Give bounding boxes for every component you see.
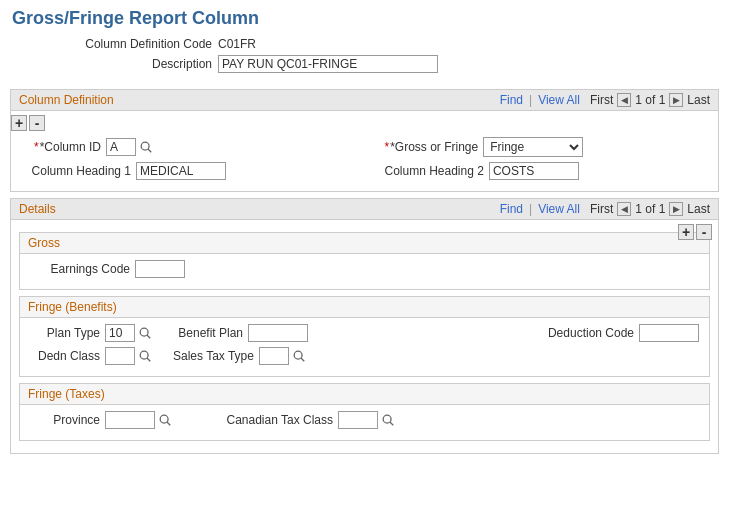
plan-type-label: Plan Type [30, 326, 100, 340]
svg-line-5 [147, 358, 150, 361]
column-heading1-input[interactable] [136, 162, 226, 180]
fringe-taxes-subsection: Fringe (Taxes) Province Canadian Tax Cla… [19, 383, 710, 441]
details-find-link[interactable]: Find [500, 202, 523, 216]
page-header: Gross/Fringe Report Column Column Defini… [0, 0, 729, 83]
sales-tax-type-label: Sales Tax Type [173, 349, 254, 363]
fringe-benefits-body: Plan Type Benefit Plan Deduction Code [20, 318, 709, 376]
column-definition-title: Column Definition [19, 93, 114, 107]
sales-tax-type-input[interactable] [259, 347, 289, 365]
gross-subsection: Gross Earnings Code [19, 232, 710, 290]
details-view-all-link[interactable]: View All [538, 202, 580, 216]
deduction-code-input[interactable] [639, 324, 699, 342]
column-id-input[interactable] [106, 138, 136, 156]
column-definition-last-label: Last [687, 93, 710, 107]
details-next-arrow[interactable]: ▶ [669, 202, 683, 216]
earnings-code-row: Earnings Code [30, 260, 699, 278]
page-title: Gross/Fringe Report Column [12, 8, 717, 29]
province-lookup-icon[interactable] [157, 412, 173, 428]
fringe-benefits-header: Fringe (Benefits) [20, 297, 709, 318]
fringe-benefits-title: Fringe (Benefits) [28, 300, 117, 314]
column-id-gross-row: **Column ID **Gross or Fringe [21, 137, 708, 157]
svg-line-3 [147, 335, 150, 338]
fringe-taxes-body: Province Canadian Tax Class [20, 405, 709, 440]
svg-line-9 [167, 422, 170, 425]
column-definition-find-link[interactable]: Find [500, 93, 523, 107]
details-nav: Find | View All First ◀ 1 of 1 ▶ Last [500, 202, 710, 216]
column-definition-code-label: Column Definition Code [72, 37, 212, 51]
gross-subsection-title: Gross [28, 236, 60, 250]
gross-subsection-body: Earnings Code [20, 254, 709, 289]
benefit-plan-input[interactable] [248, 324, 308, 342]
details-last-label: Last [687, 202, 710, 216]
details-page-info: 1 of 1 [635, 202, 665, 216]
canadian-tax-class-lookup-icon[interactable] [380, 412, 396, 428]
details-first-label: First [590, 202, 613, 216]
details-remove-button[interactable]: - [696, 224, 712, 240]
deduction-code-label: Deduction Code [544, 326, 634, 340]
column-definition-nav: Find | View All First ◀ 1 of 1 ▶ Last [500, 93, 710, 107]
svg-point-6 [294, 351, 302, 359]
svg-line-7 [301, 358, 304, 361]
column-definition-code-row: Column Definition Code C01FR [12, 37, 717, 51]
column-id-lookup-icon[interactable] [138, 139, 154, 155]
fringe-taxes-row1: Province Canadian Tax Class [30, 411, 699, 429]
benefit-plan-label: Benefit Plan [173, 326, 243, 340]
description-input[interactable] [218, 55, 438, 73]
details-title: Details [19, 202, 56, 216]
fringe-taxes-title: Fringe (Taxes) [28, 387, 105, 401]
gross-or-fringe-select[interactable]: Gross Fringe [483, 137, 583, 157]
column-id-left: **Column ID [21, 138, 345, 156]
dedn-class-input[interactable] [105, 347, 135, 365]
column-heading2-input[interactable] [489, 162, 579, 180]
svg-point-4 [140, 351, 148, 359]
column-definition-page-info: 1 of 1 [635, 93, 665, 107]
earnings-code-input[interactable] [135, 260, 185, 278]
fringe-benefits-row2: Dedn Class Sales Tax Type [30, 347, 699, 365]
column-heading2-field: Column Heading 2 [385, 162, 709, 180]
column-definition-remove-button[interactable]: - [29, 115, 45, 131]
column-definition-first-label: First [590, 93, 613, 107]
fringe-benefits-subsection: Fringe (Benefits) Plan Type Benefit Plan [19, 296, 710, 377]
column-headings-row: Column Heading 1 Column Heading 2 [21, 162, 708, 180]
details-add-button[interactable]: + [678, 224, 694, 240]
column-definition-add-remove: + - [11, 111, 718, 131]
column-heading1-field: Column Heading 1 [21, 162, 345, 180]
details-prev-arrow[interactable]: ◀ [617, 202, 631, 216]
column-definition-next-arrow[interactable]: ▶ [669, 93, 683, 107]
fringe-taxes-header: Fringe (Taxes) [20, 384, 709, 405]
province-input[interactable] [105, 411, 155, 429]
dedn-class-lookup-icon[interactable] [137, 348, 153, 364]
details-add-remove: + - [678, 220, 718, 240]
fringe-benefits-row1: Plan Type Benefit Plan Deduction Code [30, 324, 699, 342]
column-heading1-label: Column Heading 1 [21, 164, 131, 178]
details-section: Details Find | View All First ◀ 1 of 1 ▶… [10, 198, 719, 454]
details-section-header: Details Find | View All First ◀ 1 of 1 ▶… [11, 199, 718, 220]
column-heading2-label: Column Heading 2 [385, 164, 484, 178]
canadian-tax-class-input[interactable] [338, 411, 378, 429]
gross-or-fringe-label: **Gross or Fringe [385, 140, 479, 154]
column-definition-section: Column Definition Find | View All First … [10, 89, 719, 192]
dedn-class-label: Dedn Class [30, 349, 100, 363]
description-label: Description [72, 57, 212, 71]
column-definition-section-header: Column Definition Find | View All First … [11, 90, 718, 111]
svg-line-11 [390, 422, 393, 425]
province-label: Province [30, 413, 100, 427]
column-definition-prev-arrow[interactable]: ◀ [617, 93, 631, 107]
canadian-tax-class-label: Canadian Tax Class [213, 413, 333, 427]
sales-tax-type-lookup-icon[interactable] [291, 348, 307, 364]
plan-type-input[interactable] [105, 324, 135, 342]
svg-point-10 [383, 415, 391, 423]
column-definition-code-value: C01FR [218, 37, 256, 51]
column-definition-add-button[interactable]: + [11, 115, 27, 131]
earnings-code-label: Earnings Code [30, 262, 130, 276]
svg-point-0 [141, 142, 149, 150]
column-id-right: **Gross or Fringe Gross Fringe [385, 137, 709, 157]
svg-line-1 [148, 149, 151, 152]
gross-subsection-header: Gross [20, 233, 709, 254]
column-definition-view-all-link[interactable]: View All [538, 93, 580, 107]
description-row: Description [12, 55, 717, 73]
column-id-label: **Column ID [21, 140, 101, 154]
svg-point-8 [160, 415, 168, 423]
plan-type-lookup-icon[interactable] [137, 325, 153, 341]
column-definition-fields: **Column ID **Gross or Fringe [11, 131, 718, 191]
